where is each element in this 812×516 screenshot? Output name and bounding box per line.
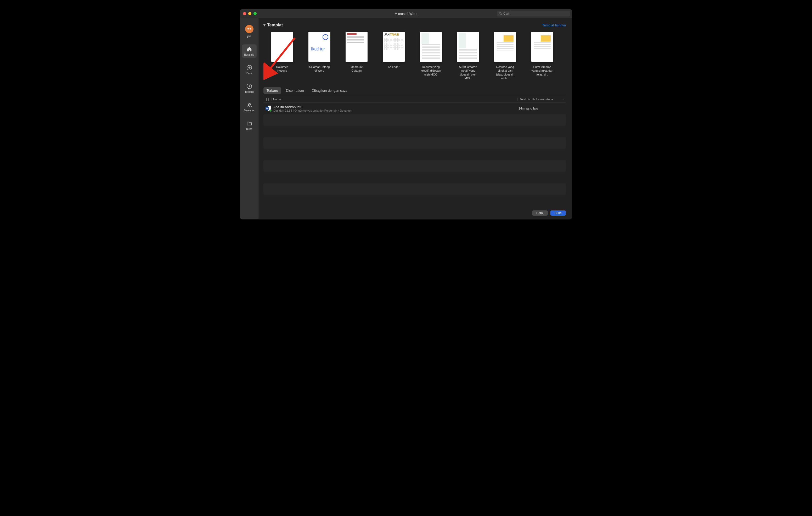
templates-row: Dokumen Kosong → Ikuti tur Selamat Datan… xyxy=(263,32,566,80)
word-start-window: Microsoft Word Cari YY yus Beranda xyxy=(240,9,572,219)
sidebar-item-label: Buka xyxy=(246,127,252,130)
table-row-empty xyxy=(263,137,566,149)
template-thumbnail: JANTAHUN xyxy=(383,32,405,62)
more-templates-link[interactable]: Templat lainnya xyxy=(542,23,566,27)
template-notes[interactable]: Membuat Catatan xyxy=(346,32,368,80)
template-label: Resume yang singkat dan jelas, didesain … xyxy=(494,65,516,80)
template-cover-letter-creative[interactable]: Surat lamaran kreatif yang didesain oleh… xyxy=(457,32,479,80)
template-thumbnail: → Ikuti tur xyxy=(309,32,330,62)
sidebar-user[interactable]: YY yus xyxy=(245,25,254,38)
doc-path: Diunduh 21.36 | OneDrive yus yulianto (P… xyxy=(273,109,516,112)
table-row-empty xyxy=(263,149,566,160)
template-resume-creative[interactable]: Resume yang kreatif, didesain oleh MOO xyxy=(420,32,442,80)
table-row-empty xyxy=(263,183,566,195)
home-icon xyxy=(246,46,253,52)
template-thumbnail xyxy=(494,32,516,62)
calendar-year: TAHUN xyxy=(390,33,399,36)
template-thumbnail xyxy=(531,32,553,62)
tab-pinned[interactable]: Disematkan xyxy=(283,87,307,94)
template-welcome[interactable]: → Ikuti tur Selamat Datang di Word xyxy=(309,32,330,80)
welcome-text: Ikuti tur xyxy=(310,47,325,51)
open-button[interactable]: Buka xyxy=(550,210,566,216)
templates-title: Templat xyxy=(267,23,283,27)
table-row-empty xyxy=(263,114,566,126)
sidebar-item-new[interactable]: Baru xyxy=(242,63,257,76)
close-window-button[interactable] xyxy=(243,12,246,15)
sidebar-item-open[interactable]: Buka xyxy=(242,119,257,132)
column-last-opened[interactable]: Terakhir dibuka oleh Anda ⌄ xyxy=(517,98,566,101)
svg-line-1 xyxy=(501,14,502,15)
template-label: Selamat Datang di Word xyxy=(309,65,330,73)
svg-point-0 xyxy=(499,12,501,14)
column-last-opened-label: Terakhir dibuka oleh Anda xyxy=(520,98,553,101)
recent-tabs: Terbaru Disematkan Dibagikan dengan saya xyxy=(263,87,566,94)
table-row-empty xyxy=(263,160,566,172)
cancel-button[interactable]: Batal xyxy=(532,210,548,216)
search-icon xyxy=(499,12,502,15)
table-row-empty xyxy=(263,172,566,183)
dialog-footer: Batal Buka xyxy=(263,208,566,216)
sidebar-item-shared[interactable]: Bersama xyxy=(242,100,257,114)
templates-header: ▶ Templat Templat lainnya xyxy=(263,23,566,27)
search-input[interactable]: Cari xyxy=(497,11,570,17)
template-cover-letter-concise[interactable]: Surat lamaran yang singkat dan jelas, d.… xyxy=(531,32,553,80)
template-label: Membuat Catatan xyxy=(346,65,368,73)
traffic-lights xyxy=(243,12,257,15)
svg-point-6 xyxy=(248,103,249,105)
template-calendar[interactable]: JANTAHUN Kalender xyxy=(383,32,405,80)
template-label: Kalender xyxy=(388,65,400,69)
sidebar-item-label: Beranda xyxy=(244,53,254,56)
sidebar-item-label: Baru xyxy=(246,72,252,75)
tab-recent[interactable]: Terbaru xyxy=(263,87,281,94)
folder-icon xyxy=(246,120,253,126)
template-resume-concise[interactable]: Resume yang singkat dan jelas, didesain … xyxy=(494,32,516,80)
sidebar-item-recent[interactable]: Terbaru xyxy=(242,82,257,95)
doc-type-icon xyxy=(263,98,271,101)
table-row-empty xyxy=(263,195,566,206)
recent-documents-list: W Apa itu Androbuntu Diunduh 21.36 | One… xyxy=(263,103,566,206)
avatar: YY xyxy=(245,25,254,33)
template-thumbnail xyxy=(346,32,368,62)
template-label: Dokumen Kosong xyxy=(271,65,293,73)
people-icon xyxy=(246,102,253,108)
chevron-down-icon: ⌄ xyxy=(562,98,564,101)
template-blank[interactable]: Dokumen Kosong xyxy=(271,32,293,80)
minimize-window-button[interactable] xyxy=(248,12,252,15)
user-name: yus xyxy=(247,35,252,38)
window-title: Microsoft Word xyxy=(395,12,417,16)
sidebar-item-label: Bersama xyxy=(244,109,254,112)
doc-name: Apa itu Androbuntu xyxy=(273,105,516,109)
calendar-month: JAN xyxy=(384,33,389,36)
word-doc-icon: W xyxy=(264,105,272,111)
title-bar: Microsoft Word Cari xyxy=(240,9,572,18)
main-content: ▶ Templat Templat lainnya Dokumen Kosong… xyxy=(259,18,572,219)
tab-shared-with-me[interactable]: Dibagikan dengan saya xyxy=(309,87,351,94)
maximize-window-button[interactable] xyxy=(254,12,257,15)
svg-point-7 xyxy=(249,103,251,105)
template-label: Resume yang kreatif, didesain oleh MOO xyxy=(420,65,442,76)
doc-last-opened: 14m yang lalu xyxy=(516,107,565,110)
template-thumbnail xyxy=(271,32,293,62)
arrow-right-icon: → xyxy=(323,34,328,40)
column-name[interactable]: Nama xyxy=(271,98,517,101)
clock-icon xyxy=(246,83,253,89)
plus-circle-icon xyxy=(246,65,253,71)
sidebar-item-label: Terbaru xyxy=(245,90,254,93)
table-row[interactable]: W Apa itu Androbuntu Diunduh 21.36 | One… xyxy=(263,103,566,114)
search-placeholder: Cari xyxy=(503,12,509,16)
template-label: Surat lamaran kreatif yang didesain oleh… xyxy=(457,65,479,80)
table-header: Nama Terakhir dibuka oleh Anda ⌄ xyxy=(263,96,566,103)
table-row-empty xyxy=(263,126,566,137)
template-thumbnail xyxy=(420,32,442,62)
template-thumbnail xyxy=(457,32,479,62)
template-label: Surat lamaran yang singkat dan jelas, d.… xyxy=(531,65,553,76)
chevron-down-icon[interactable]: ▶ xyxy=(263,24,266,26)
sidebar-item-home[interactable]: Beranda xyxy=(242,44,257,58)
sidebar: YY yus Beranda Baru Terbaru xyxy=(240,18,259,219)
